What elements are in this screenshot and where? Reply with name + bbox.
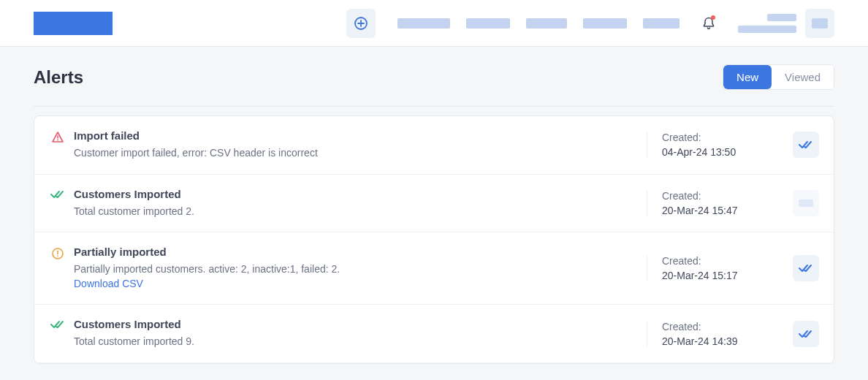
alerts-filter-toggle: New Viewed <box>723 64 834 90</box>
double-check-icon <box>799 140 813 150</box>
double-check-icon <box>799 329 813 339</box>
created-label: Created: <box>662 321 778 332</box>
mark-viewed-button[interactable] <box>793 255 819 281</box>
alert-description: Customer import failed, error: CSV heade… <box>74 146 647 161</box>
svg-point-1 <box>57 140 58 141</box>
alert-description: Total customer imported 2. <box>74 205 647 219</box>
content: Alerts New Viewed Import failed Customer… <box>0 47 868 380</box>
mark-viewed-button[interactable] <box>793 132 819 158</box>
svg-point-3 <box>57 256 58 257</box>
created-value: 20-Mar-24 14:39 <box>662 335 778 347</box>
avatar <box>805 9 834 38</box>
plus-icon <box>354 16 368 31</box>
alert-description: Total customer imported 9. <box>74 335 647 349</box>
alert-row: Partially imported Partially imported cu… <box>34 232 834 305</box>
filter-new-button[interactable]: New <box>723 65 772 89</box>
alerts-list: Import failed Customer import failed, er… <box>34 115 834 364</box>
page-title: Alerts <box>34 67 83 88</box>
nav-item[interactable] <box>466 18 510 28</box>
nav-item[interactable] <box>643 18 679 28</box>
logo[interactable] <box>34 12 113 35</box>
created-label: Created: <box>662 255 778 267</box>
alert-row: Customers Imported Total customer import… <box>34 305 834 363</box>
alert-row: Import failed Customer import failed, er… <box>34 116 834 175</box>
notifications-button[interactable] <box>700 15 717 32</box>
nav-item[interactable] <box>526 18 567 28</box>
download-csv-link[interactable]: Download CSV <box>74 277 647 292</box>
mark-viewed-button[interactable] <box>793 190 819 216</box>
add-button[interactable] <box>346 9 376 38</box>
alert-circle-icon <box>51 247 64 260</box>
created-label: Created: <box>662 132 778 143</box>
user-menu[interactable] <box>738 9 834 38</box>
created-value: 04-Apr-24 13:50 <box>662 146 778 158</box>
nav-item[interactable] <box>583 18 627 28</box>
created-value: 20-Mar-24 15:47 <box>662 205 778 216</box>
created-value: 20-Mar-24 15:17 <box>662 270 778 281</box>
created-label: Created: <box>662 190 778 202</box>
double-check-icon <box>50 319 65 330</box>
nav-items <box>397 18 679 28</box>
alert-title: Import failed <box>74 129 647 142</box>
divider <box>34 106 834 107</box>
alert-title: Customers Imported <box>74 318 647 330</box>
filter-viewed-button[interactable]: Viewed <box>772 65 834 89</box>
alert-row: Customers Imported Total customer import… <box>34 175 834 233</box>
mark-viewed-button[interactable] <box>793 321 819 347</box>
alert-title: Partially imported <box>74 246 647 258</box>
alert-description: Partially imported customers. active: 2,… <box>74 262 647 291</box>
notification-dot <box>711 15 715 20</box>
double-check-icon <box>50 189 65 200</box>
warning-triangle-icon <box>51 131 64 144</box>
double-check-icon <box>799 263 813 273</box>
topbar <box>0 0 868 47</box>
alert-title: Customers Imported <box>74 188 647 200</box>
nav-item[interactable] <box>397 18 450 28</box>
